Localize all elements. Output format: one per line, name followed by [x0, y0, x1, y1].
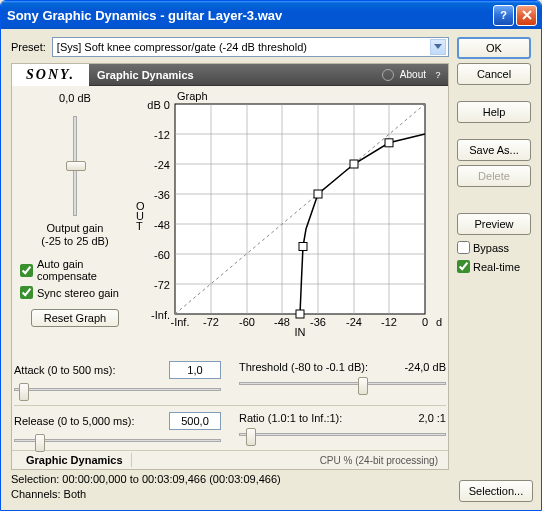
cancel-button[interactable]: Cancel: [457, 63, 531, 85]
slider-thumb[interactable]: [66, 161, 86, 171]
ring-icon: [382, 69, 394, 81]
svg-text:dB: dB: [436, 316, 442, 328]
release-input[interactable]: [169, 412, 221, 430]
help-button[interactable]: Help: [457, 101, 531, 123]
ratio-value: 2,0 :1: [418, 412, 446, 424]
panel-header: SONY. Graphic Dynamics About ?: [12, 64, 448, 86]
svg-text:-72: -72: [154, 279, 170, 291]
svg-text:-60: -60: [239, 316, 255, 328]
attack-label: Attack (0 to 500 ms):: [14, 364, 163, 376]
svg-text:-24: -24: [154, 159, 170, 171]
svg-text:-12: -12: [381, 316, 397, 328]
about-link[interactable]: About: [400, 69, 426, 80]
svg-text:dB 0: dB 0: [147, 99, 170, 111]
svg-rect-24: [296, 310, 304, 318]
svg-rect-27: [350, 160, 358, 168]
cpu-info: CPU % (24-bit processing): [320, 455, 442, 466]
dynamics-graph[interactable]: Graph dB 0 -12 -24 -36 -48 -60 -72: [132, 90, 440, 338]
selection-button[interactable]: Selection...: [459, 480, 533, 502]
svg-text:-48: -48: [274, 316, 290, 328]
svg-rect-25: [299, 243, 307, 251]
svg-text:-24: -24: [346, 316, 362, 328]
svg-text:-48: -48: [154, 219, 170, 231]
attack-slider[interactable]: [14, 379, 221, 399]
output-gain-label: Output gain(-25 to 25 dB): [41, 222, 108, 248]
svg-rect-28: [385, 139, 393, 147]
ratio-slider[interactable]: [239, 424, 446, 444]
save-as-button[interactable]: Save As...: [457, 139, 531, 161]
attack-input[interactable]: [169, 361, 221, 379]
svg-text:-36: -36: [154, 189, 170, 201]
brand-logo: SONY.: [12, 64, 89, 86]
svg-text:-36: -36: [310, 316, 326, 328]
svg-text:-72: -72: [203, 316, 219, 328]
bypass-checkbox[interactable]: Bypass: [457, 241, 531, 254]
selection-info: Selection: 00:00:00,000 to 00:03:09,466 …: [11, 472, 281, 502]
svg-rect-26: [314, 190, 322, 198]
realtime-checkbox[interactable]: Real-time: [457, 260, 531, 273]
output-gain-slider[interactable]: [73, 116, 77, 216]
preview-button[interactable]: Preview: [457, 213, 531, 235]
graph-title: Graph: [177, 90, 208, 102]
threshold-value: -24,0 dB: [404, 361, 446, 373]
chevron-down-icon[interactable]: [430, 39, 446, 55]
delete-button: Delete: [457, 165, 531, 187]
release-label: Release (0 to 5,000 ms):: [14, 415, 163, 427]
ratio-label: Ratio (1.0:1 to Inf.:1):: [239, 412, 412, 424]
in-axis-label: IN: [295, 326, 306, 338]
window-title: Sony Graphic Dynamics - guitar Layer-3.w…: [7, 8, 491, 23]
help-icon[interactable]: ?: [493, 5, 514, 26]
svg-text:-12: -12: [154, 129, 170, 141]
titlebar[interactable]: Sony Graphic Dynamics - guitar Layer-3.w…: [1, 1, 541, 29]
preset-label: Preset:: [11, 41, 46, 53]
output-gain-value: 0,0 dB: [59, 92, 91, 104]
svg-text:-Inf.: -Inf.: [151, 309, 170, 321]
reset-graph-button[interactable]: Reset Graph: [31, 309, 119, 327]
svg-text:T: T: [136, 220, 143, 232]
svg-text:-Inf.: -Inf.: [171, 316, 190, 328]
preset-value: [Sys] Soft knee compressor/gate (-24 dB …: [57, 41, 307, 53]
threshold-slider[interactable]: [239, 373, 446, 393]
threshold-label: Threshold (-80 to -0.1 dB):: [239, 361, 398, 373]
question-icon[interactable]: ?: [432, 69, 444, 81]
panel-title: Graphic Dynamics: [89, 69, 382, 81]
auto-gain-checkbox[interactable]: Auto gain compensate: [20, 258, 134, 282]
preset-combo[interactable]: [Sys] Soft knee compressor/gate (-24 dB …: [52, 37, 449, 57]
sync-stereo-checkbox[interactable]: Sync stereo gain: [20, 286, 134, 299]
release-slider[interactable]: [14, 430, 221, 450]
svg-text:0: 0: [422, 316, 428, 328]
close-icon[interactable]: [516, 5, 537, 26]
footer-tab[interactable]: Graphic Dynamics: [18, 453, 132, 467]
svg-text:-60: -60: [154, 249, 170, 261]
ok-button[interactable]: OK: [457, 37, 531, 59]
